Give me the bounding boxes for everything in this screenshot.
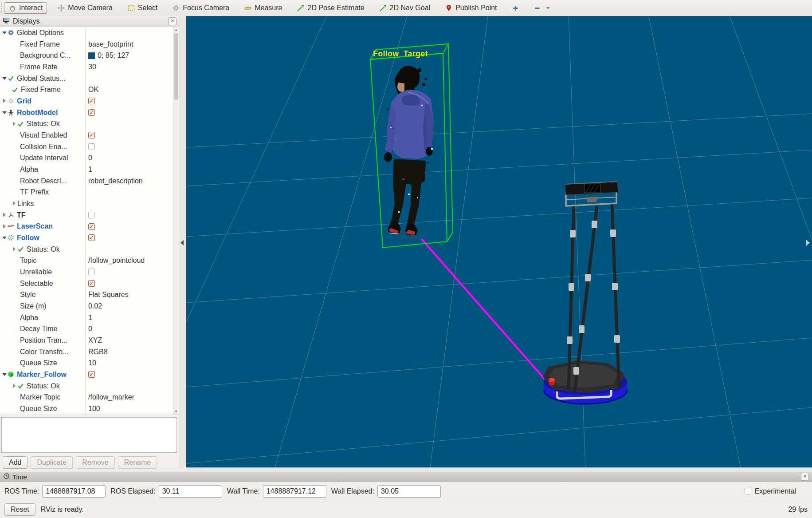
row-value[interactable]: robot_description [88,177,143,185]
tree-row-status-ok[interactable]: Status: Ok [0,244,179,255]
toolbar-grip[interactable] [1,3,2,13]
time-close-icon[interactable]: × [801,473,809,481]
expander-open-icon[interactable] [2,110,8,115]
tree-row-frame-rate[interactable]: Frame Rate30 [0,61,179,73]
tool-2d-nav-goal[interactable]: 2D Nav Goal [375,2,435,14]
displays-close-icon[interactable]: × [169,17,177,25]
ros-elapsed-input[interactable] [159,485,222,498]
row-value[interactable]: /follow_pointcloud [88,257,145,265]
expander-closed-icon[interactable] [2,98,8,104]
collapse-left-icon[interactable] [180,240,184,245]
row-value[interactable]: 30 [88,63,96,71]
tool-add-tool-icon[interactable] [508,3,523,13]
tool-publish-point[interactable]: Publish Point [441,2,501,14]
tree-row-topic[interactable]: Topic/follow_pointcloud [0,255,179,266]
tool-measure[interactable]: Measure [240,2,286,14]
tree-row-size-m[interactable]: Size (m)0.02 [0,301,179,312]
enabled-checkbox[interactable]: ✓ [88,371,95,378]
expander-open-icon[interactable] [2,235,8,241]
tool-select[interactable]: Select [123,2,162,14]
tree-row-global-status[interactable]: Global Status... [0,73,179,84]
enabled-checkbox[interactable]: ✓ [88,98,95,104]
row-value[interactable]: 1 [88,314,92,322]
panel-splitter[interactable] [179,16,186,467]
reset-button[interactable]: Reset [4,503,35,516]
tool-remove-tool-icon[interactable] [530,3,554,13]
tree-row-tf-prefix[interactable]: TF Prefix [0,186,179,198]
row-value[interactable]: Flat Squares [88,291,129,299]
row-value[interactable]: 0; 85; 127 [98,51,129,59]
tree-row-global-options[interactable]: Global Options [0,27,179,39]
tree-row-follow[interactable]: Follow✓ [0,232,179,244]
row-value[interactable]: /follow_marker [88,393,134,401]
tree-row-queue-size[interactable]: Queue Size100 [0,403,179,415]
wall-time-input[interactable] [263,485,326,498]
tree-row-background-c[interactable]: Background C...0; 85; 127 [0,50,179,61]
enabled-checkbox[interactable] [88,212,95,218]
enabled-checkbox[interactable]: ✓ [88,234,95,241]
tree-row-unreliable[interactable]: Unreliable [0,266,179,278]
row-value[interactable]: OK [88,86,98,94]
row-value[interactable]: 0 [88,154,92,162]
ros-time-input[interactable] [42,485,106,498]
tree-row-fixed-frame[interactable]: Fixed Framebase_footprint [0,39,179,50]
chevron-down-icon[interactable] [546,7,550,9]
expander-closed-icon[interactable] [12,383,17,389]
color-swatch[interactable] [88,52,95,59]
tree-row-queue-size[interactable]: Queue Size10 [0,357,179,369]
tree-row-fixed-frame[interactable]: Fixed FrameOK [0,84,179,95]
scroll-down-icon[interactable] [175,411,177,413]
tree-row-update-interval[interactable]: Update Interval0 [0,152,179,164]
expander-closed-icon[interactable] [2,212,8,218]
row-value[interactable]: 0 [88,325,92,333]
tree-row-selectable[interactable]: Selectable✓ [0,278,179,289]
expander-open-icon[interactable] [2,372,8,377]
tree-row-grid[interactable]: Grid✓ [0,95,179,107]
row-value[interactable]: XYZ [88,336,102,344]
tool-focus-camera[interactable]: Focus Camera [168,2,234,14]
row-value[interactable]: RGB8 [88,348,108,356]
tree-row-laserscan[interactable]: LaserScan✓ [0,221,179,232]
enabled-checkbox[interactable]: ✓ [88,109,95,116]
enabled-checkbox[interactable] [88,143,95,150]
tree-row-visual-enabled[interactable]: Visual Enabled✓ [0,130,179,141]
tree-row-robotmodel[interactable]: RobotModel✓ [0,107,179,119]
add-button[interactable]: Add [3,456,27,469]
expander-open-icon[interactable] [2,30,8,36]
expander-open-icon[interactable] [2,75,8,81]
tool-interact[interactable]: Interact [4,2,47,14]
displays-tree-scrollbar[interactable] [173,27,179,415]
enabled-checkbox[interactable]: ✓ [88,132,95,138]
expander-closed-icon[interactable] [12,201,17,206]
expander-closed-icon[interactable] [12,121,17,127]
tree-row-tf[interactable]: TF [0,210,179,221]
tree-row-alpha[interactable]: Alpha1 [0,312,179,324]
tree-row-robot-descri[interactable]: Robot Descri...robot_description [0,175,179,187]
enabled-checkbox[interactable]: ✓ [88,223,95,230]
tree-row-collision-ena[interactable]: Collision Ena... [0,141,179,153]
expander-closed-icon[interactable] [2,224,8,229]
tree-row-status-ok[interactable]: Status: Ok [0,118,179,130]
tool-2d-pose-estimate[interactable]: 2D Pose Estimate [293,2,369,14]
tree-row-position-tran[interactable]: Position Tran...XYZ [0,335,179,346]
row-value[interactable]: 1 [88,166,92,174]
tree-row-marker-topic[interactable]: Marker Topic/follow_marker [0,392,179,403]
tree-row-style[interactable]: StyleFlat Squares [0,289,179,301]
row-value[interactable]: 100 [88,405,100,413]
wall-elapsed-input[interactable] [377,485,441,498]
render-viewport[interactable]: Follow_Target [186,16,812,467]
enabled-checkbox[interactable]: ✓ [88,280,95,287]
scrollbar-thumb[interactable] [174,33,178,100]
row-value[interactable]: base_footprint [88,40,133,48]
enabled-checkbox[interactable] [88,269,95,275]
row-value[interactable]: 10 [88,359,96,367]
experimental-checkbox[interactable] [745,488,751,494]
tree-row-decay-time[interactable]: Decay Time0 [0,323,179,335]
expander-closed-icon[interactable] [12,246,17,252]
row-value[interactable]: 0.02 [88,302,102,310]
tree-row-links[interactable]: Links [0,198,179,210]
tree-row-marker-follow[interactable]: Marker_Follow✓ [0,369,179,380]
tree-row-alpha[interactable]: Alpha1 [0,164,179,175]
tree-row-status-ok[interactable]: Status: Ok [0,380,179,392]
scroll-up-icon[interactable] [175,29,177,31]
